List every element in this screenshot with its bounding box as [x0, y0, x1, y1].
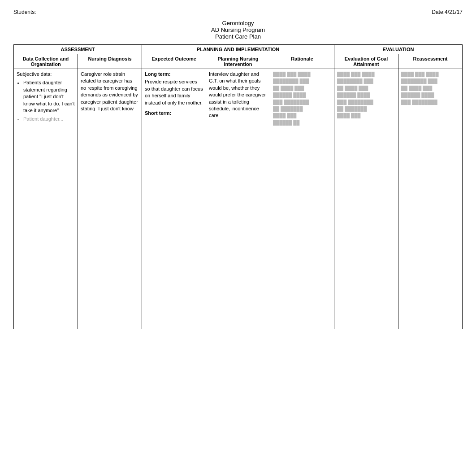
- date-label: Date:4/21/17: [432, 9, 463, 15]
- reassessment-cell: ████ ███ ████ ████████ ███ ██ ████ ███ █…: [398, 69, 463, 329]
- data-collection-cell: Subjective data: Patients daughter state…: [14, 69, 78, 329]
- list-item: Patients daughter statement regarding pa…: [23, 79, 75, 114]
- list-item: Patient daughter...: [23, 116, 75, 122]
- evaluation-cell: ████ ███ ████ ████████ ███ ██ ████ ███ █…: [334, 69, 398, 329]
- rationale-text: ████ ███ ████ ████████ ███ ██ ████ ███ █…: [273, 72, 311, 125]
- subjective-label: Subjective data:: [17, 71, 75, 78]
- long-term-text: Provide respite services so that daughte…: [145, 78, 203, 106]
- col-header-nursing-diagnosis: Nursing Diagnosis: [78, 54, 142, 69]
- long-term-label: Long term:: [145, 71, 203, 78]
- rationale-cell: ████ ███ ████ ████████ ███ ██ ████ ███ █…: [270, 69, 334, 329]
- header-right: Date:4/21/17: [432, 9, 463, 15]
- evaluation-section-header: EVALUATION: [334, 45, 463, 54]
- department-name: AD Nursing Program: [13, 26, 463, 33]
- reassessment-text: ████ ███ ████ ████████ ███ ██ ████ ███ █…: [401, 72, 439, 105]
- subjective-list: Patients daughter statement regarding pa…: [17, 79, 75, 122]
- col-header-evaluation: Evaluation of Goal Attainment: [334, 54, 398, 69]
- col-header-reassessment: Reassessment: [398, 54, 463, 69]
- planning-intervention-cell: Interview daughter and G.T. on what thei…: [206, 69, 270, 329]
- nursing-diagnosis-text: Caregiver role strain related to caregiv…: [81, 71, 138, 111]
- col-header-data-collection: Data Collection and Organization: [14, 54, 78, 69]
- planning-section-header: PLANNING AND IMPLEMENTATION: [142, 45, 334, 54]
- planning-text: Interview daughter and G.T. on what thei…: [209, 71, 266, 118]
- col-header-rationale: Rationale: [270, 54, 334, 69]
- expected-outcome-cell: Long term: Provide respite services so t…: [142, 69, 206, 329]
- plan-title: Patient Care Plan: [13, 33, 463, 40]
- col-header-planning-nursing: Planning Nursing Intervention: [206, 54, 270, 69]
- care-plan-table: ASSESSMENT PLANNING AND IMPLEMENTATION E…: [13, 44, 463, 329]
- col-header-expected-outcome: Expected Outcome: [142, 54, 206, 69]
- nursing-diagnosis-cell: Caregiver role strain related to caregiv…: [78, 69, 142, 329]
- students-label: Students:: [13, 9, 36, 15]
- program-name: Gerontology: [13, 20, 463, 26]
- short-term-label: Short term:: [145, 110, 203, 117]
- evaluation-text: ████ ███ ████ ████████ ███ ██ ████ ███ █…: [337, 72, 375, 118]
- assessment-section-header: ASSESSMENT: [14, 45, 142, 54]
